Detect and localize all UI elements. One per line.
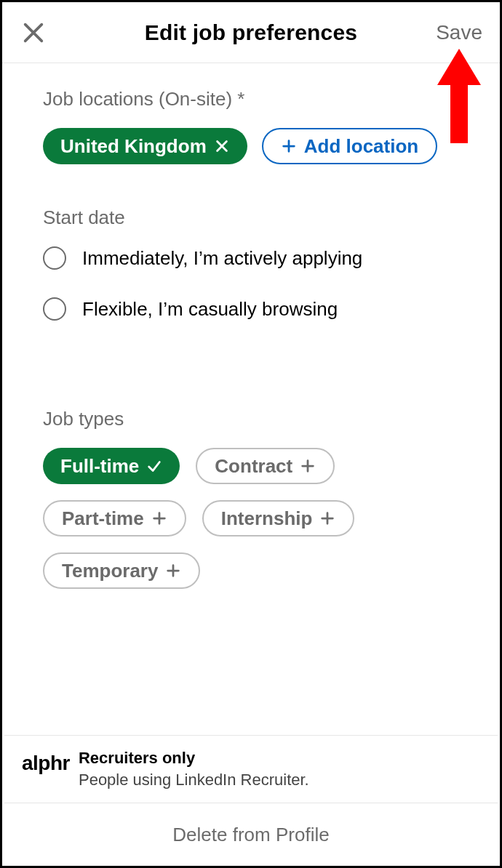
start-date-options: Immediately, I’m actively applying Flexi… bbox=[43, 246, 459, 321]
job-type-chip-fulltime[interactable]: Full-time bbox=[43, 448, 180, 484]
radio-icon bbox=[43, 297, 66, 321]
delete-from-profile-button[interactable]: Delete from Profile bbox=[4, 805, 498, 864]
plus-icon bbox=[300, 458, 316, 474]
add-location-label: Add location bbox=[304, 137, 418, 156]
radio-immediate[interactable]: Immediately, I’m actively applying bbox=[43, 246, 459, 270]
delete-from-profile-label: Delete from Profile bbox=[172, 824, 329, 846]
job-type-chip-temporary[interactable]: Temporary bbox=[43, 552, 200, 589]
job-type-chip-parttime[interactable]: Part-time bbox=[43, 500, 186, 537]
brand-logo: alphr bbox=[22, 752, 70, 775]
radio-flexible-label: Flexible, I’m casually browsing bbox=[82, 298, 338, 321]
locations-chips: United Kingdom Add location bbox=[43, 128, 459, 164]
visibility-row[interactable]: alphr Recruiters only People using Linke… bbox=[4, 735, 498, 803]
radio-flexible[interactable]: Flexible, I’m casually browsing bbox=[43, 297, 459, 321]
section-start-date: Start date Immediately, I’m actively app… bbox=[43, 206, 459, 321]
location-chip-uk[interactable]: United Kingdom bbox=[43, 128, 247, 164]
job-types-chips: Full-time Contract Part-time Internship … bbox=[43, 448, 459, 589]
modal-header: Edit job preferences Save bbox=[2, 2, 500, 63]
locations-label: Job locations (On-site) * bbox=[43, 88, 459, 110]
check-icon bbox=[146, 458, 162, 474]
plus-icon bbox=[151, 510, 167, 526]
location-chip-uk-label: United Kingdom bbox=[60, 137, 207, 156]
job-type-chip-contract[interactable]: Contract bbox=[196, 448, 335, 484]
job-type-chip-contract-label: Contract bbox=[215, 457, 292, 475]
job-types-label: Job types bbox=[43, 408, 459, 430]
job-type-chip-internship-label: Internship bbox=[221, 509, 313, 528]
job-type-chip-temporary-label: Temporary bbox=[62, 561, 158, 580]
visibility-text: Recruiters only People using LinkedIn Re… bbox=[79, 749, 309, 789]
plus-icon bbox=[319, 510, 335, 526]
visibility-title: Recruiters only bbox=[79, 749, 309, 768]
radio-icon bbox=[43, 246, 66, 270]
radio-immediate-label: Immediately, I’m actively applying bbox=[82, 247, 362, 270]
modal-body: Job locations (On-site) * United Kingdom… bbox=[2, 63, 500, 589]
start-date-label: Start date bbox=[43, 206, 459, 229]
plus-icon bbox=[281, 138, 297, 154]
job-type-chip-internship[interactable]: Internship bbox=[202, 500, 355, 537]
remove-icon bbox=[214, 138, 230, 154]
plus-icon bbox=[165, 563, 181, 579]
close-icon bbox=[21, 20, 46, 45]
visibility-subtitle: People using LinkedIn Recruiter. bbox=[79, 771, 309, 789]
job-type-chip-parttime-label: Part-time bbox=[62, 509, 144, 528]
save-button[interactable]: Save bbox=[436, 21, 482, 44]
close-button[interactable] bbox=[18, 17, 49, 48]
modal-title: Edit job preferences bbox=[145, 20, 357, 45]
modal-frame: Edit job preferences Save Job locations … bbox=[0, 0, 502, 868]
job-type-chip-fulltime-label: Full-time bbox=[60, 457, 139, 475]
section-job-types: Job types Full-time Contract Part-time I… bbox=[43, 408, 459, 589]
section-locations: Job locations (On-site) * United Kingdom… bbox=[43, 88, 459, 164]
add-location-button[interactable]: Add location bbox=[262, 128, 437, 164]
